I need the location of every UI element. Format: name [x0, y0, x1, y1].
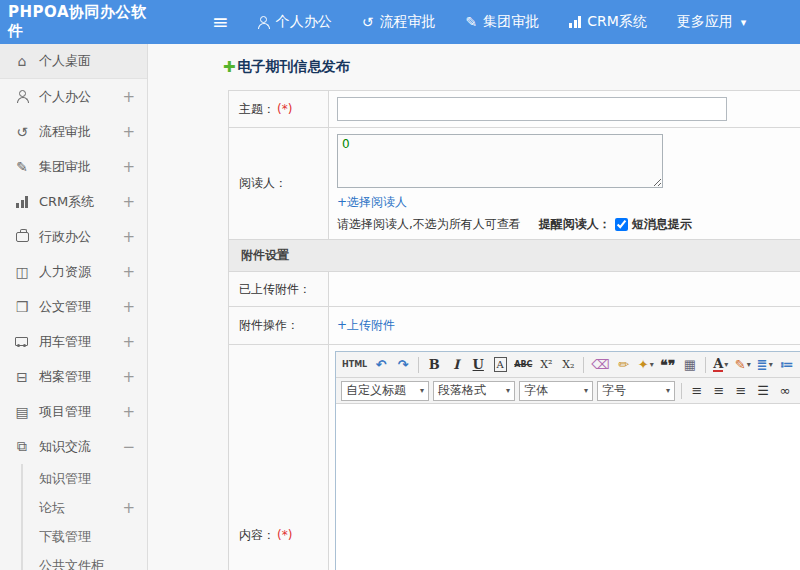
- briefcase-icon: [13, 232, 31, 242]
- undo-button[interactable]: ↶: [371, 355, 391, 375]
- reader-hint: 请选择阅读人,不选为所有人可查看 提醒阅读人： 短消息提示: [337, 216, 800, 233]
- sidebar-item-project-mgmt[interactable]: ▤ 项目管理 +: [0, 394, 147, 429]
- unordered-list-button[interactable]: ≔: [777, 355, 797, 375]
- attachment-operation-row: 附件操作： +上传附件: [229, 307, 800, 345]
- sidebar-subitem-knowledge-mgmt[interactable]: 知识管理: [23, 464, 147, 493]
- custom-title-dropdown[interactable]: 自定义标题▾: [341, 381, 429, 401]
- sidebar-item-workflow-approval[interactable]: ↺ 流程审批 +: [0, 114, 147, 149]
- sidebar-subitem-download-mgmt[interactable]: 下载管理: [23, 522, 147, 551]
- reader-row: 阅读人： 0 +选择阅读人 请选择阅读人,不选为所有人可查看 提醒阅读人： 短消…: [229, 128, 800, 240]
- nav-crm-system[interactable]: CRM系统: [569, 13, 647, 31]
- attachment-section-header: 附件设置: [229, 240, 800, 272]
- document-icon: ▤: [13, 404, 31, 420]
- reader-label: 阅读人：: [229, 128, 329, 239]
- hamburger-menu-icon[interactable]: ≡: [212, 12, 229, 32]
- nav-group-approval[interactable]: ✎ 集团审批: [466, 13, 540, 31]
- ordered-list-button[interactable]: ≣▾: [755, 355, 775, 375]
- underline-button[interactable]: U: [468, 355, 488, 375]
- align-right-button[interactable]: ≡: [731, 381, 751, 401]
- highlight-color-button[interactable]: ✎▾: [733, 355, 753, 375]
- required-mark: (*): [277, 102, 292, 116]
- publish-form: 主题： (*) 阅读人： 0 +选择阅读人 请选择阅: [228, 90, 800, 570]
- chevron-down-icon: ▾: [741, 16, 747, 29]
- uploaded-attachments-row: 已上传附件：: [229, 272, 800, 307]
- chevron-down-icon: ▾: [747, 360, 751, 369]
- required-mark: (*): [277, 528, 292, 542]
- paste-table-button[interactable]: ▦: [680, 355, 700, 375]
- sidebar-item-hr[interactable]: ◫ 人力资源 +: [0, 254, 147, 289]
- sidebar-item-group-approval[interactable]: ✎ 集团审批 +: [0, 149, 147, 184]
- chevron-down-icon: ▾: [724, 360, 728, 369]
- page-title: ✚ 电子期刊信息发布: [223, 58, 800, 76]
- sidebar-item-knowledge-exchange[interactable]: ⧉ 知识交流 −: [0, 429, 147, 464]
- align-justify-button[interactable]: ☰: [753, 381, 773, 401]
- toolbar-separator: [583, 357, 584, 373]
- chevron-down-icon: ▾: [506, 386, 510, 395]
- chevron-down-icon: ▾: [666, 386, 670, 395]
- reader-textarea[interactable]: 0: [337, 134, 663, 188]
- operation-label: 附件操作：: [229, 307, 329, 344]
- chat-icon: ⧉: [13, 438, 31, 455]
- font-color-button[interactable]: A▾: [711, 355, 731, 375]
- edit-icon: ✎: [466, 14, 478, 30]
- more-apps-caret[interactable]: ▾: [741, 16, 747, 29]
- bar-chart-icon: [569, 16, 581, 28]
- app-title: PHPOA协同办公软件: [0, 3, 150, 41]
- sidebar-item-crm-system[interactable]: CRM系统 +: [0, 184, 147, 219]
- editor-toolbar-row1: HTML ↶ ↷ B I U A ABC X² X₂ ⌫: [336, 352, 800, 378]
- chevron-down-icon: ▾: [420, 386, 424, 395]
- format-brush-button[interactable]: ✏: [614, 355, 634, 375]
- archive-icon: ⊟: [13, 369, 31, 385]
- chevron-down-icon: ▾: [584, 386, 588, 395]
- sidebar-subitem-forum[interactable]: 论坛 +: [23, 493, 147, 522]
- book-icon: ◫: [13, 264, 31, 280]
- workflow-icon: ↺: [362, 14, 374, 30]
- subject-input[interactable]: [337, 97, 727, 121]
- edit-icon: ✎: [13, 159, 31, 175]
- uploaded-label: 已上传附件：: [229, 272, 329, 306]
- editor-content-area[interactable]: [336, 404, 800, 570]
- italic-button[interactable]: I: [446, 355, 466, 375]
- subscript-button[interactable]: X₂: [558, 355, 578, 375]
- align-left-button[interactable]: ≡: [687, 381, 707, 401]
- plus-icon: ✚: [223, 58, 236, 76]
- sidebar-item-vehicle-mgmt[interactable]: 用车管理 +: [0, 324, 147, 359]
- subject-row: 主题： (*): [229, 91, 800, 128]
- nav-workflow-approval[interactable]: ↺ 流程审批: [362, 13, 436, 31]
- font-family-dropdown[interactable]: 字体▾: [519, 381, 593, 401]
- main-content: ✚ 电子期刊信息发布 主题： (*) 阅读人： 0: [148, 44, 800, 570]
- remind-reader-label: 提醒阅读人：: [539, 216, 611, 233]
- sidebar-item-archive-mgmt[interactable]: ⊟ 档案管理 +: [0, 359, 147, 394]
- sidebar-subitem-public-cabinet[interactable]: 公共文件柜: [23, 551, 147, 570]
- sidebar-item-personal-office[interactable]: 个人办公 +: [0, 79, 147, 114]
- insert-link-button[interactable]: ∞: [775, 381, 795, 401]
- strikethrough-button[interactable]: ABC: [512, 355, 534, 375]
- align-center-button[interactable]: ≡: [709, 381, 729, 401]
- subject-label: 主题： (*): [229, 91, 329, 127]
- sidebar-item-admin-office[interactable]: 行政办公 +: [0, 219, 147, 254]
- editor-toolbar-row2: 自定义标题▾ 段落格式▾ 字体▾ 字号▾ ≡ ≡ ≡ ☰ ∞ ⊘: [336, 378, 800, 404]
- superscript-button[interactable]: X²: [536, 355, 556, 375]
- font-border-button[interactable]: A: [490, 355, 510, 375]
- redo-button[interactable]: ↷: [393, 355, 413, 375]
- remove-format-button[interactable]: ⌫: [589, 355, 611, 375]
- nav-more-apps[interactable]: 更多应用: [677, 13, 733, 31]
- select-reader-link[interactable]: +选择阅读人: [337, 194, 407, 211]
- sidebar-item-document-mgmt[interactable]: ❒ 公文管理 +: [0, 289, 147, 324]
- toolbar-separator: [418, 357, 419, 373]
- folder-icon: ❒: [13, 299, 31, 315]
- sidebar: ⌂ 个人桌面 个人办公 + ↺ 流程审批 + ✎ 集团审批 + CRM系统 + …: [0, 44, 148, 570]
- rich-text-editor: HTML ↶ ↷ B I U A ABC X² X₂ ⌫: [335, 351, 800, 570]
- font-size-dropdown[interactable]: 字号▾: [597, 381, 675, 401]
- html-source-button[interactable]: HTML: [340, 355, 369, 375]
- paragraph-format-dropdown[interactable]: 段落格式▾: [433, 381, 515, 401]
- upload-attachment-link[interactable]: +上传附件: [337, 317, 395, 334]
- bold-button[interactable]: B: [424, 355, 444, 375]
- sms-notify-checkbox[interactable]: [615, 218, 628, 231]
- auto-typeset-button[interactable]: ✦▾: [636, 355, 656, 375]
- person-icon: [13, 90, 31, 103]
- blockquote-button[interactable]: ❝❞: [658, 355, 678, 375]
- sidebar-item-personal-desktop[interactable]: ⌂ 个人桌面: [0, 44, 147, 79]
- nav-personal-office[interactable]: 个人办公: [257, 13, 332, 31]
- person-icon: [257, 16, 270, 29]
